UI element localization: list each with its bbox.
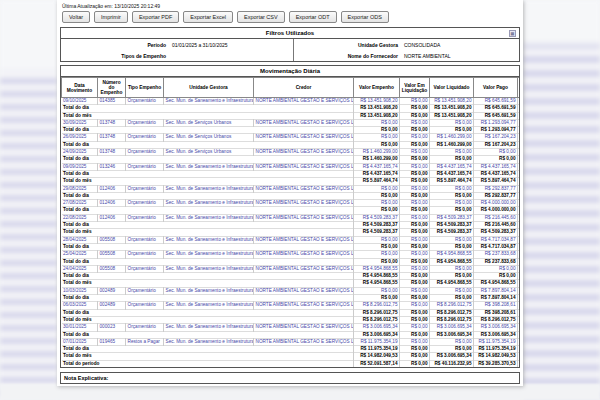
voltar-button[interactable]: Voltar (62, 11, 90, 23)
valor-empenho-cell: R$ 4.509.283,37 (354, 214, 400, 221)
exportar-odt-button[interactable]: Exportar ODT (289, 11, 337, 23)
valor-empenho-cell: R$ 0,00 (354, 200, 400, 207)
valor-empenho-cell: R$ 11.975.354,19 (354, 346, 400, 353)
movement-row[interactable]: 10/03/2025002489OrçamentárioSec. Mun. de… (62, 287, 521, 294)
unidade-gestora-cell: Sec. Mun. de Saneamento e Infraestrutura (164, 98, 254, 105)
valor-empenho-cell: R$ 3.006.695,34 (354, 331, 400, 338)
credor-cell: NORTE AMBIENTAL GESTÃO E SERVIÇOS LTDA (254, 287, 354, 294)
movement-row[interactable]: 07/01/2025019465Restos a PagarSec. Mun. … (62, 338, 521, 345)
movement-row[interactable]: 09/10/2025014385OrçamentárioSec. Mun. de… (62, 98, 521, 105)
credor-cell: NORTE AMBIENTAL GESTÃO E SERVIÇOS LTDA (254, 98, 354, 105)
valor-pago-cell: R$ 0,00 (474, 149, 518, 156)
valor-empenho-cell: R$ 4.954.868,55 (354, 265, 400, 272)
total-label: Total do dia (62, 346, 354, 353)
valor-pago-cell: R$ 4.000.000,00 (474, 200, 518, 207)
clipped-cell: R$ (518, 119, 521, 126)
col-header-tipo-empenho: Tipo Empenho (126, 78, 164, 98)
valor-liquidado-cell: R$ 4.954.868,55 (430, 251, 474, 258)
valor-pago-cell: R$ 5.897.464,74 (474, 178, 518, 185)
note-panel: Nota Explicativa: "Valores negativos dem… (60, 372, 520, 386)
valor-empenho-cell: R$ 0,00 (354, 295, 400, 302)
valor-em-liquidacao-cell: R$ 0,00 (400, 316, 430, 323)
valor-pago-cell: R$ 4.717.034,87 (474, 243, 518, 250)
total-label: Total do mês (62, 280, 354, 287)
tipo-empenho-cell: Restos a Pagar (126, 338, 164, 345)
valor-liquidado-cell: R$ 1.460.299,00 (430, 134, 474, 141)
clipped-cell: R$ (518, 236, 521, 243)
valor-em-liquidacao-cell: R$ 0,00 (400, 273, 430, 280)
valor-liquidado-cell: R$ 4.509.283,37 (430, 229, 474, 236)
credor-cell: NORTE AMBIENTAL GESTÃO E SERVIÇOS LTDA (254, 338, 354, 345)
credor-cell: NORTE AMBIENTAL GESTÃO E SERVIÇOS LTDA (254, 214, 354, 221)
exportar-csv-button[interactable]: Exportar CSV (237, 11, 285, 23)
movement-row[interactable]: 09/09/2025013246OrçamentárioSec. Mun. de… (62, 163, 521, 170)
exportar-excel-button[interactable]: Exportar Excel (183, 11, 233, 23)
valor-em-liquidacao-cell: R$ 0,00 (400, 258, 430, 265)
valor-empenho-cell: R$ 0,00 (354, 258, 400, 265)
total-label: Total do dia (62, 331, 354, 338)
clipped-cell: R$ (518, 98, 521, 105)
clipped-cell: R$ (518, 200, 521, 207)
movement-row[interactable]: 27/08/2025012406OrçamentárioSec. Mun. de… (62, 200, 521, 207)
col-header-valor-empenho: Valor Empenho (354, 78, 400, 98)
movement-row[interactable]: 22/08/2025012406OrçamentárioSec. Mun. de… (62, 214, 521, 221)
total-row: Total do diaR$ 11.975.354,19R$ 0,00R$ 0,… (62, 346, 521, 353)
data-movimento-cell: 29/08/2025 (62, 185, 98, 192)
valor-pago-cell: R$ 167.204,23 (474, 134, 518, 141)
report-page: Última Atualização em: 13/10/2025 20:12:… (57, 0, 523, 386)
clipped-cell: R$ (518, 127, 521, 134)
valor-empenho-cell: R$ 0,00 (354, 236, 400, 243)
total-row: Total do diaR$ 4.954.868,55R$ 0,00R$ 0,0… (62, 273, 521, 280)
valor-em-liquidacao-cell: R$ 0,00 (400, 251, 430, 258)
movement-row[interactable]: 26/09/2025013748OrçamentárioSec. Mun. de… (62, 134, 521, 141)
clipped-cell: R$ (518, 134, 521, 141)
valor-liquidado-cell: R$ 5.897.464,74 (430, 178, 474, 185)
valor-pago-cell: R$ 292.837,77 (474, 185, 518, 192)
total-label: Total do mês (62, 178, 354, 185)
valor-pago-cell: R$ 3.006.695,34 (474, 324, 518, 331)
valor-empenho-cell: R$ 0,00 (354, 243, 400, 250)
imprimir-button[interactable]: Imprimir (94, 11, 128, 23)
exportar-pdf-button[interactable]: Exportar PDF (132, 11, 179, 23)
movement-row[interactable]: 28/04/2025005508OrçamentárioSec. Mun. de… (62, 236, 521, 243)
valor-pago-cell: R$ 4.000.000,00 (474, 207, 518, 214)
total-label: Total do dia (62, 295, 354, 302)
movement-row[interactable]: 24/04/2025005508OrçamentárioSec. Mun. de… (62, 265, 521, 272)
valor-empenho-cell: R$ 8.296.012,75 (354, 302, 400, 309)
valor-em-liquidacao-cell: R$ 0,00 (400, 280, 430, 287)
valor-pago-cell: R$ 7.897.804,14 (474, 287, 518, 294)
total-row: Total do diaR$ 0,00R$ 0,00R$ 0,00R$ 1.29… (62, 127, 521, 134)
valor-liquidado-cell: R$ 0,00 (430, 243, 474, 250)
clipped-cell: R$ (518, 163, 521, 170)
movement-row[interactable]: 30/01/2025000023OrçamentárioSec. Mun. de… (62, 324, 521, 331)
movement-row[interactable]: 06/03/2025002489OrçamentárioSec. Mun. de… (62, 302, 521, 309)
clipped-cell: R$ (518, 178, 521, 185)
tipo-empenho-cell: Orçamentário (126, 134, 164, 141)
periodo-label: Período (61, 39, 169, 50)
valor-em-liquidacao-cell: R$ 0,00 (400, 192, 430, 199)
valor-pago-cell: R$ 167.204,23 (474, 141, 518, 148)
panel-toggle-icon[interactable]: ▦ (509, 30, 516, 37)
valor-empenho-cell: R$ 13.451.908,20 (354, 112, 400, 119)
valor-em-liquidacao-cell: R$ 0,00 (400, 105, 430, 112)
valor-liquidado-cell: R$ 4.437.165,74 (430, 163, 474, 170)
movement-row[interactable]: 25/04/2025005508OrçamentárioSec. Mun. de… (62, 251, 521, 258)
clipped-cell: R$ (518, 302, 521, 309)
numero-empenho-cell: 002489 (98, 302, 126, 309)
data-movimento-cell: 28/04/2025 (62, 236, 98, 243)
valor-pago-cell: R$ 14.982.049,53 (474, 353, 518, 360)
total-label: Total do dia (62, 141, 354, 148)
tipo-empenho-cell: Orçamentário (126, 324, 164, 331)
fornecedor-label: Nome do Fornecedor (293, 50, 401, 61)
movement-row[interactable]: 24/09/2025013748OrçamentárioSec. Mun. de… (62, 149, 521, 156)
movement-row[interactable]: 30/09/2025013748OrçamentárioSec. Mun. de… (62, 119, 521, 126)
filters-panel-title: Filtros Utilizados ▦ (61, 28, 519, 39)
valor-em-liquidacao-cell: R$ 0,00 (400, 287, 430, 294)
valor-liquidado-cell: R$ 4.509.283,37 (430, 214, 474, 221)
movement-row[interactable]: 29/08/2025012406OrçamentárioSec. Mun. de… (62, 185, 521, 192)
valor-em-liquidacao-cell: R$ 0,00 (400, 309, 430, 316)
valor-empenho-cell: R$ 8.296.012,75 (354, 309, 400, 316)
exportar-ods-button[interactable]: Exportar ODS (341, 11, 389, 23)
clipped-cell: R$ (518, 156, 521, 163)
unidade-gestora-cell: Sec. Mun. de Saneamento e Infraestrutura (164, 163, 254, 170)
